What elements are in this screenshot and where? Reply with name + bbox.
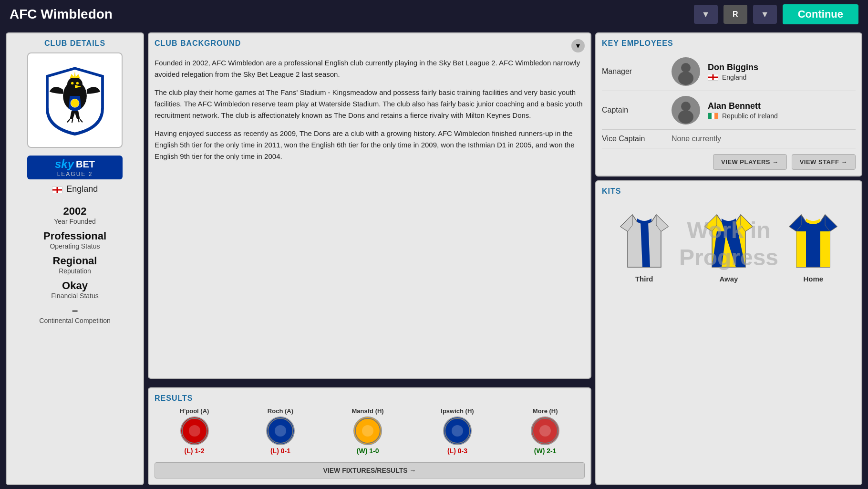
- club-details-title: CLUB DETAILS: [44, 39, 105, 48]
- year-founded-value: 2002: [12, 205, 137, 218]
- key-employees-title: KEY EMPLOYEES: [602, 39, 856, 48]
- background-dropdown-button[interactable]: ▼: [571, 39, 585, 52]
- background-header: CLUB BACKGROUND ▼: [155, 39, 585, 52]
- kit-item: Away: [700, 205, 757, 283]
- reputation-row: Regional Reputation: [12, 255, 137, 275]
- club-details-panel: CLUB DETAILS: [6, 32, 144, 485]
- svg-point-6: [189, 425, 200, 437]
- svg-point-2: [71, 82, 73, 84]
- employee-info: Alan BennettRepublic of Ireland: [708, 101, 856, 120]
- operating-status-value: Professional: [12, 230, 137, 242]
- club-background-panel: CLUB BACKGROUND ▼ Founded in 2002, AFC W…: [148, 32, 591, 379]
- employee-info: Don BigginsEngland: [708, 62, 856, 81]
- operating-status-label: Operating Status: [12, 242, 137, 250]
- reputation-label: Reputation: [12, 267, 137, 275]
- financial-label: Financial Status: [12, 292, 137, 300]
- key-employees-panel: KEY EMPLOYEES ManagerDon BigginsEnglandC…: [595, 32, 862, 177]
- result-score: (L) 0-1: [270, 447, 290, 455]
- result-badge-icon: [353, 416, 382, 445]
- country-row: England: [12, 184, 137, 194]
- league-level: LEAGUE 2: [57, 171, 93, 177]
- employee-role: Captain: [602, 106, 664, 114]
- kit-label: Home: [803, 275, 823, 283]
- svg-point-14: [539, 425, 551, 437]
- result-score: (L) 0-3: [447, 447, 467, 455]
- result-item: H'pool (A)(L) 1-2: [180, 407, 209, 455]
- nav-r-button[interactable]: R: [723, 5, 747, 24]
- employee-avatar: [672, 96, 700, 125]
- kit-shirt-svg: [616, 205, 673, 272]
- employee-name: Don Biggins: [708, 62, 856, 73]
- employee-row: Vice CaptainNone currently: [602, 130, 856, 148]
- financial-row: Okay Financial Status: [12, 280, 137, 300]
- result-item: Roch (A)(L) 0-1: [266, 407, 295, 455]
- year-founded-row: 2002 Year Founded: [12, 205, 137, 225]
- sky-text: sky: [55, 157, 74, 171]
- kit-shirt-svg: [700, 205, 757, 272]
- kits-title: KITS: [602, 187, 856, 196]
- employee-buttons: VIEW PLAYERS → VIEW STAFF →: [602, 154, 856, 170]
- right-column: KEY EMPLOYEES ManagerDon BigginsEnglandC…: [595, 32, 862, 485]
- employee-row: ManagerDon BigginsEngland: [602, 52, 856, 91]
- background-paragraph: The club play their home games at The Fa…: [155, 87, 585, 121]
- employee-row: CaptainAlan BennettRepublic of Ireland: [602, 91, 856, 130]
- kit-label: Third: [635, 275, 653, 283]
- result-team-name: H'pool (A): [180, 407, 209, 415]
- main-content: CLUB DETAILS: [0, 29, 868, 489]
- topbar: AFC Wimbledon ▼ R ▼ Continue: [0, 0, 868, 29]
- svg-point-10: [362, 425, 373, 437]
- result-score: (W) 2-1: [534, 447, 557, 455]
- club-background-text: Founded in 2002, AFC Wimbledon are a pro…: [155, 57, 585, 169]
- kit-item: Third: [616, 205, 673, 283]
- country-label: England: [66, 184, 98, 194]
- result-badge-icon: [443, 416, 472, 445]
- bet-text: BET: [76, 159, 95, 170]
- employee-country: Republic of Ireland: [708, 112, 856, 120]
- view-fixtures-button[interactable]: VIEW FIXTURES/RESULTS →: [155, 462, 585, 479]
- svg-point-8: [275, 425, 286, 437]
- background-paragraph: Founded in 2002, AFC Wimbledon are a pro…: [155, 57, 585, 80]
- result-item: More (H)(W) 2-1: [531, 407, 559, 455]
- result-team-name: More (H): [533, 407, 558, 415]
- club-background-title: CLUB BACKGROUND: [155, 39, 241, 48]
- employee-role: Manager: [602, 67, 664, 76]
- employee-country: England: [708, 73, 856, 81]
- page-title: AFC Wimbledon: [10, 7, 113, 22]
- reputation-value: Regional: [12, 255, 137, 267]
- result-badge-icon: [531, 416, 559, 445]
- employee-role: Vice Captain: [602, 135, 664, 143]
- result-badge-icon: [180, 416, 209, 445]
- club-logo: [27, 52, 123, 148]
- england-flag-icon: [708, 74, 718, 81]
- year-founded-label: Year Founded: [12, 218, 137, 225]
- england-flag-icon: [52, 187, 62, 193]
- result-team-name: Roch (A): [268, 407, 293, 415]
- employee-none-text: None currently: [672, 135, 856, 143]
- kit-label: Away: [720, 275, 738, 283]
- employee-avatar: [672, 57, 700, 86]
- nav-prev-button[interactable]: ▼: [694, 5, 718, 24]
- svg-point-20: [678, 110, 693, 124]
- operating-status-row: Professional Operating Status: [12, 230, 137, 250]
- result-score: (L) 1-2: [185, 447, 205, 455]
- view-players-button[interactable]: VIEW PLAYERS →: [713, 154, 787, 170]
- financial-value: Okay: [12, 280, 137, 292]
- nav-next-button[interactable]: ▼: [753, 5, 777, 24]
- kit-item: Home: [785, 205, 842, 283]
- svg-point-16: [681, 63, 691, 73]
- view-staff-button[interactable]: VIEW STAFF →: [792, 154, 856, 170]
- club-crest-svg: [37, 62, 113, 138]
- kits-area: ThirdAwayHome Work inProgress: [602, 200, 856, 288]
- result-item: Ipswich (H)(L) 0-3: [441, 407, 474, 455]
- result-score: (W) 1-0: [357, 447, 379, 455]
- result-team-name: Mansfd (H): [352, 407, 384, 415]
- result-team-name: Ipswich (H): [441, 407, 474, 415]
- svg-point-3: [76, 82, 79, 84]
- employee-name: Alan Bennett: [708, 101, 856, 111]
- continue-button[interactable]: Continue: [783, 4, 858, 24]
- league-badge: sky BET LEAGUE 2: [27, 156, 123, 179]
- background-paragraph: Having enjoyed success as recently as 20…: [155, 128, 585, 162]
- svg-point-12: [452, 425, 463, 437]
- continental-row: – Continental Competition: [12, 304, 137, 324]
- continental-label: Continental Competition: [12, 317, 137, 324]
